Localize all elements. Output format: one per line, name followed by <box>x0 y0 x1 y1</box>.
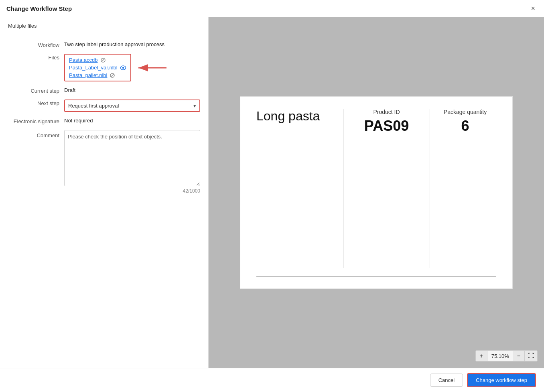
label-product-id-title: Product ID <box>373 109 400 115</box>
eye-icon-2[interactable] <box>120 65 126 70</box>
next-step-label: Next step <box>8 100 64 106</box>
label-bottom-line <box>256 276 496 276</box>
dialog-footer: Cancel Change workflow step <box>0 368 544 392</box>
red-arrow-annotation <box>135 62 167 74</box>
zoom-out-button[interactable]: − <box>513 351 525 361</box>
files-label: Files <box>8 54 64 61</box>
next-step-box: Request first approval Draft Approved ▾ <box>64 100 200 112</box>
workflow-row: Workflow Two step label production appro… <box>8 41 200 48</box>
comment-textarea[interactable]: Please check the position of text object… <box>64 130 200 186</box>
svg-line-1 <box>101 59 105 62</box>
label-package-qty-title: Package quantity <box>444 109 487 115</box>
dialog-wrapper: Change Workflow Step × Multiple files Wo… <box>0 0 544 392</box>
svg-point-3 <box>122 67 124 68</box>
file-item-2[interactable]: Pasta_Label_var.nlbl <box>69 65 126 71</box>
file-name-3: Pasta_pallet.nlbl <box>69 72 107 78</box>
electronic-sig-value: Not required <box>64 118 200 124</box>
file-name-1: Pasta.accdb <box>69 57 98 63</box>
right-panel: Long pasta Product ID PAS09 Package quan… <box>209 17 544 368</box>
electronic-sig-label: Electronic signature <box>8 118 64 124</box>
slash-icon-3[interactable] <box>110 73 115 78</box>
label-divider-v2 <box>430 109 430 268</box>
label-preview: Long pasta Product ID PAS09 Package quan… <box>240 96 513 289</box>
file-item-3[interactable]: Pasta_pallet.nlbl <box>69 72 126 78</box>
comment-label: Comment <box>8 130 64 138</box>
next-step-select[interactable]: Request first approval Draft Approved <box>65 100 190 111</box>
label-top-row: Long pasta Product ID PAS09 Package quan… <box>256 109 496 268</box>
zoom-controls: + 75.10% − <box>475 350 538 362</box>
zoom-in-button[interactable]: + <box>476 351 487 361</box>
files-row-wrap: Pasta.accdb Pasta_Label_var.nlbl <box>64 54 200 81</box>
current-step-value: Draft <box>64 87 200 93</box>
label-product-name: Long pasta <box>256 109 331 124</box>
dialog-body: Multiple files Workflow Two step label p… <box>0 17 544 368</box>
confirm-button[interactable]: Change workflow step <box>467 373 536 387</box>
fullscreen-button[interactable] <box>525 351 537 361</box>
zoom-level: 75.10% <box>487 351 513 361</box>
workflow-value: Two step label production approval proce… <box>64 41 200 47</box>
comment-row: Comment Please check the position of tex… <box>8 130 200 194</box>
current-step-row: Current step Draft <box>8 87 200 94</box>
label-divider-v1 <box>343 109 343 268</box>
slash-icon-1[interactable] <box>100 57 106 63</box>
files-row: Files Pasta.accdb <box>8 54 200 81</box>
file-item-1[interactable]: Pasta.accdb <box>69 57 126 63</box>
file-name-2: Pasta_Label_var.nlbl <box>69 65 118 71</box>
section-header: Multiple files <box>0 17 208 33</box>
comment-area-wrap: Please check the position of text object… <box>64 130 200 194</box>
dialog-titlebar: Change Workflow Step × <box>0 0 544 17</box>
svg-line-5 <box>111 74 114 77</box>
workflow-label: Workflow <box>8 41 64 48</box>
dropdown-arrow-icon: ▾ <box>190 103 199 109</box>
left-panel: Multiple files Workflow Two step label p… <box>0 17 209 368</box>
label-product-id-section: Product ID PAS09 <box>355 109 426 134</box>
char-count: 42/1000 <box>64 188 200 194</box>
label-package-section: Package quantity 6 <box>434 109 496 134</box>
current-step-label: Current step <box>8 87 64 94</box>
close-button[interactable]: × <box>528 4 538 13</box>
label-product-name-wrap: Long pasta <box>256 109 331 124</box>
label-product-id-value: PAS09 <box>364 118 409 134</box>
label-package-qty-value: 6 <box>461 118 469 134</box>
form-area: Workflow Two step label production appro… <box>0 33 208 207</box>
cancel-button[interactable]: Cancel <box>430 374 463 387</box>
next-step-row: Next step Request first approval Draft A… <box>8 100 200 112</box>
files-box: Pasta.accdb Pasta_Label_var.nlbl <box>64 54 131 81</box>
dialog-title: Change Workflow Step <box>6 5 72 12</box>
electronic-sig-row: Electronic signature Not required <box>8 118 200 124</box>
